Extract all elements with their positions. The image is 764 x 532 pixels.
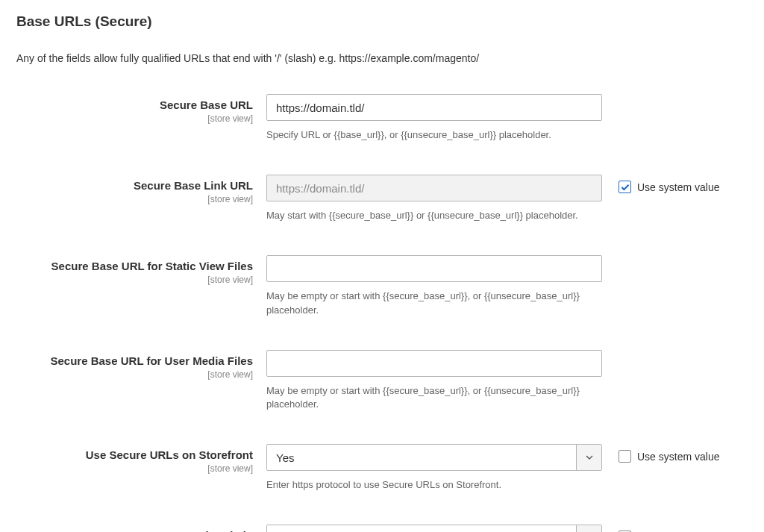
chevron-down-icon <box>576 525 601 532</box>
input-secure-base-media-url[interactable] <box>266 350 602 377</box>
system-value-label-link-url: Use system value <box>637 181 719 193</box>
label-secure-base-media-url: Secure Base URL for User Media Files <box>16 354 253 368</box>
label-secure-storefront: Use Secure URLs on Storefront <box>16 448 253 462</box>
label-secure-base-url: Secure Base URL <box>16 98 253 112</box>
checkbox-use-system-value-link-url[interactable] <box>619 181 631 193</box>
checkbox-use-system-value-storefront[interactable] <box>619 450 631 463</box>
label-secure-base-static-url: Secure Base URL for Static View Files <box>16 260 253 273</box>
label-secure-admin: Use Secure URLs in Admin <box>16 529 253 532</box>
row-secure-admin: Use Secure URLs in Admin [global] Yes En… <box>16 525 748 532</box>
system-value-label-storefront: Use system value <box>637 451 719 463</box>
scope-secure-storefront: [store view] <box>16 463 253 474</box>
input-secure-base-link-url <box>266 175 602 201</box>
row-secure-base-url: Secure Base URL [store view] Specify URL… <box>16 94 748 142</box>
help-secure-base-link-url: May start with {{secure_base_url}} or {{… <box>266 209 602 222</box>
section-title: Base URLs (Secure) <box>16 13 748 30</box>
scope-secure-base-link-url: [store view] <box>16 194 253 204</box>
check-icon <box>621 184 630 191</box>
help-secure-base-url: Specify URL or {{base_url}}, or {{unsecu… <box>266 128 602 142</box>
help-secure-base-media-url: May be empty or start with {{secure_base… <box>266 384 602 411</box>
select-secure-storefront[interactable]: Yes <box>266 444 602 471</box>
select-value-secure-storefront: Yes <box>276 451 294 464</box>
row-secure-base-link-url: Secure Base Link URL [store view] May st… <box>16 175 748 222</box>
input-secure-base-static-url[interactable] <box>266 255 602 282</box>
section-note: Any of the fields allow fully qualified … <box>16 52 748 64</box>
row-secure-base-media-url: Secure Base URL for User Media Files [st… <box>16 350 748 411</box>
scope-secure-base-url: [store view] <box>16 113 253 124</box>
input-secure-base-url[interactable] <box>266 94 602 121</box>
scope-secure-base-static-url: [store view] <box>16 275 253 285</box>
scope-secure-base-media-url: [store view] <box>16 369 253 380</box>
select-secure-admin[interactable]: Yes <box>266 525 602 532</box>
help-secure-base-static-url: May be empty or start with {{secure_base… <box>266 290 602 316</box>
row-secure-base-static-url: Secure Base URL for Static View Files [s… <box>16 255 748 316</box>
row-secure-storefront: Use Secure URLs on Storefront [store vie… <box>16 444 748 492</box>
label-secure-base-link-url: Secure Base Link URL <box>16 179 253 193</box>
help-secure-storefront: Enter https protocol to use Secure URLs … <box>266 478 602 492</box>
chevron-down-icon <box>576 445 601 470</box>
